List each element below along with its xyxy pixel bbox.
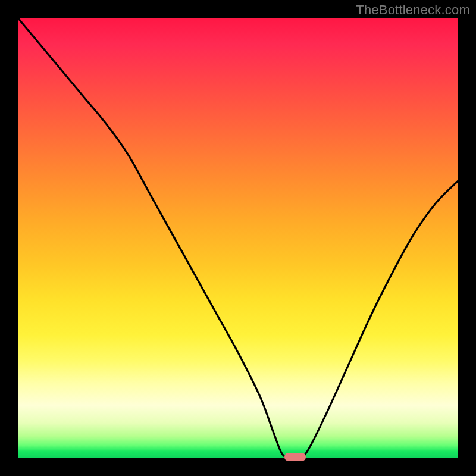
attribution-text: TheBottleneck.com: [356, 2, 470, 18]
chart-frame: TheBottleneck.com: [0, 0, 476, 476]
plot-area: [18, 18, 458, 458]
curve-path: [18, 18, 458, 458]
bottleneck-curve: [18, 18, 458, 458]
optimal-marker: [284, 453, 306, 461]
